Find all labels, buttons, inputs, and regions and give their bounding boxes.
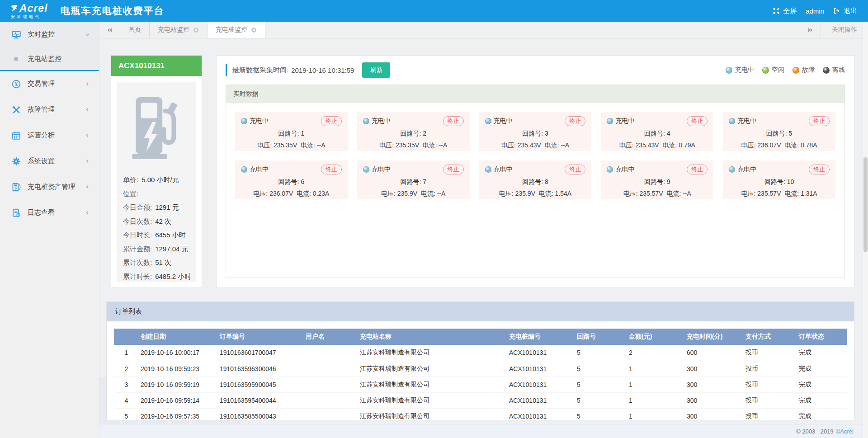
sidebar-item-5[interactable]: 充电桩资产管理 — [0, 174, 99, 200]
table-cell: 300 — [685, 408, 744, 420]
voltage-value: 235.57V — [639, 190, 663, 197]
orders-column-header-5: 充电桩编号 — [507, 329, 575, 345]
voltage-value: 235.9V — [397, 190, 417, 197]
realtime-monitor-panel: 最新数据采集时间: 2019-10-16 10:31:59 刷新 充电中空闲故障… — [216, 55, 854, 288]
tab-bar: 首页充电站监控充电桩监控 关闭操作 — [99, 22, 868, 38]
table-cell — [304, 408, 358, 420]
tab-close-icon[interactable] — [251, 27, 257, 33]
table-cell: 江苏安科瑞制造有限公司 — [358, 392, 507, 408]
table-cell: 投币 — [744, 345, 797, 361]
svg-text:¥: ¥ — [15, 81, 18, 87]
sidebar-item-4[interactable]: 系统设置 — [0, 148, 99, 174]
circuit-card-5: 充电中终止回路号: 5电压: 236.07V 电流: 0.78A — [723, 112, 835, 151]
terminate-button[interactable]: 终止 — [443, 116, 464, 126]
logout-button[interactable]: 退出 — [833, 7, 857, 15]
charging-status-orb-icon — [241, 118, 247, 124]
status-orb-icon — [823, 67, 830, 74]
user-menu[interactable]: admin — [806, 7, 824, 15]
table-cell — [304, 392, 358, 408]
refresh-button[interactable]: 刷新 — [362, 62, 390, 78]
terminate-button[interactable]: 终止 — [321, 165, 342, 174]
bullet-dot-icon — [14, 57, 18, 61]
device-stat-row: 累计金额:1297.04 元 — [123, 242, 190, 256]
status-orb-icon — [762, 67, 769, 74]
collect-time-label: 最新数据采集时间: — [232, 66, 288, 75]
chevron-left-icon — [85, 183, 90, 191]
table-cell: 5 — [575, 408, 627, 420]
table-cell: 2019-10-16 10:00:17 — [139, 345, 218, 361]
sidebar-item-3[interactable]: 运营分析 — [0, 122, 99, 148]
charging-status-orb-icon — [607, 118, 613, 124]
table-cell: 江苏安科瑞制造有限公司 — [358, 361, 507, 377]
circuit-card-7: 充电中终止回路号: 7电压: 235.9V 电流: --A — [357, 160, 470, 199]
terminate-button[interactable]: 终止 — [565, 116, 585, 126]
chevron-left-icon — [85, 209, 90, 217]
sidebar-item-6[interactable]: 日志查看 — [0, 200, 99, 226]
tab-close-icon[interactable] — [193, 27, 199, 33]
circuit-card-4: 充电中终止回路号: 4电压: 235.43V 电流: 0.79A — [601, 112, 713, 151]
current-value: 1.54A — [555, 190, 572, 197]
table-cell: 投币 — [744, 361, 797, 377]
device-stat-row: 累计时长:6485.2 小时 — [123, 270, 190, 284]
current-value: --A — [439, 141, 448, 149]
vertical-scrollbar[interactable] — [863, 22, 868, 438]
terminate-button[interactable]: 终止 — [321, 116, 342, 126]
table-cell: 2 — [627, 345, 685, 361]
tabs-scroll-right-button[interactable] — [800, 22, 821, 38]
chevron-left-icon — [85, 132, 90, 139]
circuit-number: 7 — [423, 178, 426, 185]
orders-column-header-8: 充电时间(分) — [685, 329, 744, 345]
double-chevron-left-icon — [106, 27, 113, 33]
gear-icon — [12, 157, 21, 166]
fullscreen-button[interactable]: 全屏 — [773, 7, 797, 15]
current-value: 0.79A — [679, 141, 695, 149]
tab-0[interactable]: 首页 — [120, 22, 150, 38]
scrollbar-thumb[interactable] — [863, 157, 868, 252]
table-row-1: 22019-10-16 09:59:231910163596300046江苏安科… — [114, 361, 847, 377]
table-cell: 完成 — [797, 377, 847, 392]
sidebar-subitem-0-0[interactable]: 充电站监控 — [0, 47, 99, 70]
circuit-number: 10 — [787, 178, 794, 185]
logout-icon — [833, 7, 840, 14]
orders-column-header-1: 创建日期 — [139, 329, 218, 345]
double-chevron-right-icon — [807, 27, 814, 33]
footer-brand-link[interactable]: ©Acrel — [836, 428, 854, 435]
sidebar-item-1[interactable]: ¥交易管理 — [0, 71, 99, 97]
legend-item-3: 离线 — [823, 66, 845, 74]
circuit-card-2: 充电中终止回路号: 2电压: 235.35V 电流: --A — [357, 112, 470, 151]
table-cell — [304, 345, 358, 361]
device-id: ACX1010131 — [111, 56, 202, 76]
circuit-number: 4 — [667, 130, 670, 137]
table-cell: 1910163601700047 — [218, 345, 304, 361]
current-value: 1.31A — [801, 190, 817, 197]
close-operations-button[interactable]: 关闭操作 — [821, 22, 868, 38]
circuit-number: 1 — [301, 130, 304, 137]
table-cell: 2019-10-16 09:59:14 — [139, 392, 218, 408]
transaction-icon: ¥ — [12, 80, 21, 89]
terminate-button[interactable]: 终止 — [687, 165, 708, 174]
orders-column-header-7: 金额(元) — [627, 329, 685, 345]
tabs-scroll-left-button[interactable] — [99, 22, 120, 38]
collect-time-value: 2019-10-16 10:31:59 — [291, 66, 354, 74]
charging-status-orb-icon — [363, 118, 369, 124]
charging-status-orb-icon — [241, 166, 247, 173]
charging-status-orb-icon — [607, 166, 613, 173]
terminate-button[interactable]: 终止 — [687, 116, 708, 126]
table-cell: 5 — [114, 408, 139, 420]
tab-1[interactable]: 充电站监控 — [150, 22, 208, 38]
table-cell: 1910163596300046 — [218, 361, 304, 377]
legend-item-0: 充电中 — [726, 66, 754, 74]
sidebar-item-2[interactable]: 故障管理 — [0, 97, 99, 122]
acrel-logo: Acrel 安科瑞电气 — [11, 3, 48, 19]
terminate-button[interactable]: 终止 — [565, 165, 585, 174]
voltage-value: 235.43V — [518, 141, 541, 149]
status-orb-icon — [726, 67, 732, 74]
table-cell: 江苏安科瑞制造有限公司 — [358, 345, 507, 361]
sidebar-menu: 实时监控充电站监控¥交易管理故障管理运营分析系统设置充电桩资产管理日志查看 — [0, 22, 99, 438]
terminate-button[interactable]: 终止 — [809, 116, 830, 126]
sidebar-item-0[interactable]: 实时监控 — [0, 22, 99, 47]
terminate-button[interactable]: 终止 — [809, 165, 830, 174]
tab-2[interactable]: 充电桩监控 — [208, 22, 265, 38]
terminate-button[interactable]: 终止 — [443, 165, 464, 174]
brand-subtext: 安科瑞电气 — [11, 15, 48, 19]
